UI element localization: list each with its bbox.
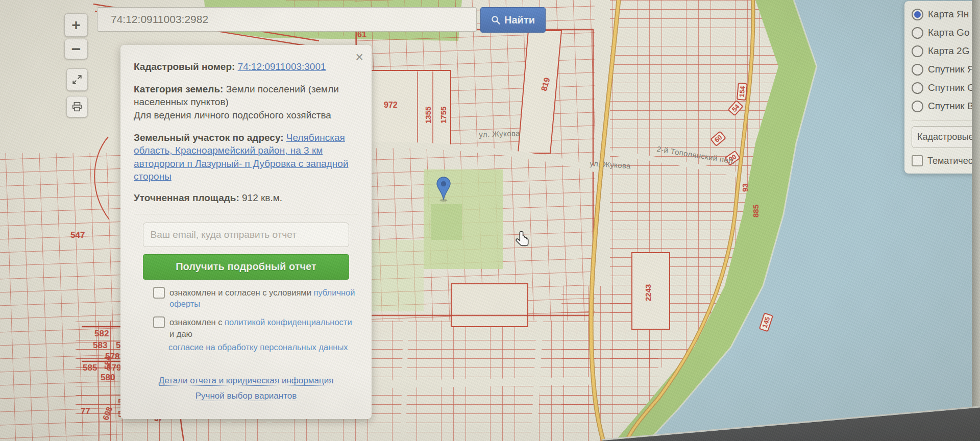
privacy-consent-checkbox-row[interactable]: ознакомлен с политикой конфиденциальност… xyxy=(153,316,358,339)
find-button[interactable]: Найти xyxy=(480,7,546,33)
cadastral-number-link[interactable]: 74:12:0911003:3001 xyxy=(238,61,326,72)
print-button[interactable] xyxy=(66,96,88,117)
search-bar: Найти xyxy=(97,7,546,33)
cadastral-number-label: Кадастровый номер: xyxy=(134,61,235,72)
report-details-link[interactable]: Детали отчета и юридическая информация xyxy=(159,376,334,386)
land-category-label: Категория земель: xyxy=(134,84,223,94)
layer-option-label: Карта Go xyxy=(928,27,969,38)
plus-icon: + xyxy=(71,16,81,34)
land-category-row: Категория земель: Земли поселений (земли… xyxy=(134,83,358,109)
minus-icon: − xyxy=(71,40,81,59)
layer-option-label: Спутник Я xyxy=(928,64,974,75)
popup-footer-links: Детали отчета и юридическая информация Р… xyxy=(134,373,358,404)
radio-icon[interactable] xyxy=(912,27,923,39)
personal-data-consent-link[interactable]: согласие на обработку персональных данны… xyxy=(168,342,348,352)
hand-pointer-icon xyxy=(516,231,531,248)
layer-option[interactable]: Спутник В xyxy=(912,97,980,115)
personal-data-consent-line: согласие на обработку персональных данны… xyxy=(168,341,358,353)
thematic-checkbox-row[interactable]: Тематическая xyxy=(912,155,980,166)
printer-icon xyxy=(71,101,83,112)
map-pin-icon xyxy=(435,177,452,202)
offer-consent-checkbox[interactable] xyxy=(153,287,165,299)
layer-option[interactable]: Карта Go xyxy=(912,23,980,42)
layer-option[interactable]: Карта Ян xyxy=(912,5,980,23)
search-input[interactable] xyxy=(97,7,477,32)
layer-option[interactable]: Спутник G xyxy=(912,79,980,97)
parcel-info-popup: × Кадастровый номер: 74:12:0911003:3001 … xyxy=(120,45,372,419)
radio-icon[interactable] xyxy=(912,45,923,57)
layer-option-label: Спутник В xyxy=(928,101,974,112)
radio-icon[interactable] xyxy=(912,64,923,76)
address-row: Земельный участок по адресу: Челябинская… xyxy=(134,131,358,184)
radio-icon[interactable] xyxy=(912,101,923,112)
privacy-policy-link[interactable]: политикой конфиденциальности xyxy=(225,317,352,327)
layers-panel: Карта ЯнКарта GoКарта 2GСпутник ЯСпутник… xyxy=(904,1,980,174)
manual-choice-link[interactable]: Ручной выбор вариантов xyxy=(195,391,297,401)
offer-consent-text: ознакомлен и согласен с условиями публич… xyxy=(169,287,358,310)
address-label: Земельный участок по адресу: xyxy=(134,132,284,143)
fullscreen-button[interactable] xyxy=(66,68,88,91)
privacy-consent-checkbox[interactable] xyxy=(153,316,165,328)
panel-divider xyxy=(912,120,980,121)
area-row: Уточненная площадь: 912 кв.м. xyxy=(134,191,358,205)
layer-option[interactable]: Спутник Я xyxy=(912,60,980,79)
popup-divider xyxy=(134,214,358,214)
area-label: Уточненная площадь: xyxy=(134,192,239,203)
cadastral-number-row: Кадастровый номер: 74:12:0911003:3001 xyxy=(134,60,358,74)
layer-option-label: Спутник G xyxy=(928,82,975,93)
search-icon xyxy=(491,15,501,25)
find-button-label: Найти xyxy=(504,14,535,26)
email-field[interactable] xyxy=(143,223,350,247)
offer-consent-checkbox-row[interactable]: ознакомлен и согласен с условиями публич… xyxy=(153,287,358,310)
layer-option[interactable]: Карта 2G xyxy=(912,42,980,60)
get-report-button[interactable]: Получить подробный отчет xyxy=(143,254,350,280)
zoom-out-button[interactable]: − xyxy=(64,39,88,59)
zoom-in-button[interactable]: + xyxy=(64,13,88,37)
thematic-checkbox[interactable] xyxy=(912,155,923,166)
screen: 6197213551755819547154546030938852243145… xyxy=(0,0,980,441)
expand-icon xyxy=(71,74,83,85)
privacy-consent-text: ознакомлен с политикой конфиденциальност… xyxy=(169,316,358,339)
close-icon[interactable]: × xyxy=(355,48,363,66)
layer-option-label: Карта 2G xyxy=(928,45,969,57)
radio-selected-icon[interactable] xyxy=(912,9,923,20)
cadastral-boundaries-box[interactable]: Кадастровые гра xyxy=(912,126,980,148)
land-usage: Для ведения личного подсобного хозяйства xyxy=(134,109,358,122)
screen-edge-strip xyxy=(972,0,980,411)
layer-option-label: Карта Ян xyxy=(928,9,969,20)
layer-options: Карта ЯнКарта GoКарта 2GСпутник ЯСпутник… xyxy=(912,5,980,115)
radio-icon[interactable] xyxy=(912,82,923,94)
area-value: 912 кв.м. xyxy=(242,192,282,203)
